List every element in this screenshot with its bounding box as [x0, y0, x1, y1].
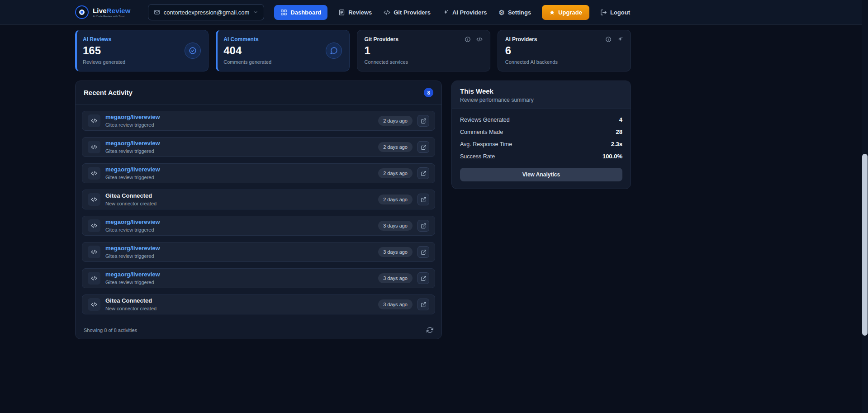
activity-item: megaorg/livereview Gitea review triggere…: [82, 216, 435, 236]
this-week-title: This Week: [460, 87, 622, 95]
activity-time-badge: 2 days ago: [378, 168, 413, 178]
activity-item-title[interactable]: megaorg/livereview: [105, 245, 160, 252]
activity-item-title: Gitea Connected: [105, 298, 157, 304]
brand-logo-icon: [75, 5, 89, 19]
ai-sparkle-icon: [442, 9, 449, 16]
external-link-icon: [421, 302, 427, 308]
this-week-subtitle: Review performance summary: [460, 97, 622, 103]
external-link-button[interactable]: [417, 272, 429, 284]
activity-item: megaorg/livereview Gitea review triggere…: [82, 111, 435, 131]
nav-git-providers[interactable]: Git Providers: [383, 5, 432, 20]
external-link-button[interactable]: [417, 141, 429, 153]
activity-time-badge: 3 days ago: [378, 247, 413, 257]
activity-item-title: Gitea Connected: [105, 193, 157, 199]
ai-sparkle-icon: [617, 36, 623, 43]
stat-label: Comments Made: [460, 129, 503, 135]
stat-title: AI Comments: [223, 36, 325, 43]
account-email-dropdown[interactable]: contortedexpression@gmail.com: [148, 4, 265, 20]
stat-card-ai-reviews: AI Reviews 165 Reviews generated: [75, 30, 209, 71]
brand-name-primary: Live: [93, 7, 107, 14]
activity-item-subtitle: Gitea review triggered: [105, 227, 160, 233]
external-link-button[interactable]: [417, 167, 429, 179]
activity-list: megaorg/livereview Gitea review triggere…: [76, 104, 441, 321]
brand[interactable]: LiveReview AI Code Review with Trust: [75, 5, 131, 19]
activity-item-title[interactable]: megaorg/livereview: [105, 219, 160, 225]
activity-item-subtitle: Gitea review triggered: [105, 122, 160, 128]
external-link-button[interactable]: [417, 246, 429, 258]
stat-row-success-rate: Success Rate 100.0%: [460, 150, 622, 162]
stat-value: 1: [365, 45, 483, 57]
external-link-icon: [421, 223, 427, 229]
activity-item-title[interactable]: megaorg/livereview: [105, 140, 160, 147]
info-icon[interactable]: [465, 36, 471, 43]
stat-card-ai-providers: AI Providers 6 Connected AI backends: [498, 30, 631, 71]
code-icon: [88, 193, 100, 206]
external-link-button[interactable]: [417, 115, 429, 127]
code-icon: [476, 36, 483, 43]
view-analytics-button[interactable]: View Analytics: [460, 168, 622, 181]
nav-settings-label: Settings: [508, 9, 531, 16]
code-icon: [88, 246, 100, 258]
activity-time-badge: 2 days ago: [378, 142, 413, 152]
nav-ai-providers[interactable]: AI Providers: [441, 5, 488, 20]
activity-item: megaorg/livereview Gitea review triggere…: [82, 268, 435, 288]
nav-dashboard-label: Dashboard: [290, 9, 321, 16]
nav-git-providers-label: Git Providers: [394, 9, 431, 16]
activity-item-subtitle: New connector created: [105, 201, 157, 206]
stat-value: 165: [83, 45, 185, 57]
stat-row-comments-made: Comments Made 28: [460, 126, 622, 138]
activity-item-title[interactable]: megaorg/livereview: [105, 114, 160, 120]
nav-settings[interactable]: ⚙ Settings: [498, 5, 532, 20]
external-link-button[interactable]: [417, 299, 429, 310]
refresh-icon: [427, 327, 433, 333]
code-icon: [88, 167, 100, 180]
activity-time-badge: 2 days ago: [378, 195, 413, 204]
nav-reviews[interactable]: Reviews: [337, 5, 373, 20]
external-link-button[interactable]: [417, 194, 429, 205]
activity-footer: Showing 8 of 8 activities: [76, 321, 441, 339]
stat-card-ai-comments: AI Comments 404 Comments generated: [216, 30, 349, 71]
stat-card-git-providers: Git Providers 1 Connected services: [357, 30, 490, 71]
stat-row-reviews-generated: Reviews Generated 4: [460, 114, 622, 126]
external-link-icon: [421, 171, 427, 176]
external-link-button[interactable]: [417, 220, 429, 232]
stat-value: 100.0%: [602, 153, 622, 160]
activity-item-subtitle: Gitea review triggered: [105, 253, 160, 259]
stat-subtitle: Connected services: [365, 59, 483, 65]
upgrade-button[interactable]: Upgrade: [542, 5, 589, 20]
code-icon: [88, 272, 100, 285]
external-link-icon: [421, 197, 427, 203]
stat-value: 404: [223, 45, 325, 57]
activity-item-title[interactable]: megaorg/livereview: [105, 271, 160, 278]
stat-value: 28: [616, 128, 622, 135]
external-link-icon: [421, 118, 427, 124]
recent-activity-header: Recent Activity 8: [76, 81, 441, 104]
check-circle-icon: [185, 43, 201, 59]
activity-count-badge: 8: [424, 88, 433, 97]
activity-item: megaorg/livereview Gitea review triggere…: [82, 242, 435, 262]
logout-icon: [600, 9, 607, 16]
activity-footer-text: Showing 8 of 8 activities: [84, 328, 137, 333]
main-content: AI Reviews 165 Reviews generated AI Comm…: [75, 30, 631, 339]
code-icon: [88, 141, 100, 153]
this-week-stats: Reviews Generated 4 Comments Made 28 Avg…: [452, 109, 631, 163]
gear-icon: ⚙: [498, 9, 504, 16]
external-link-icon: [421, 275, 427, 281]
stat-value: 6: [505, 45, 623, 57]
code-icon: [88, 219, 100, 232]
scrollbar-thumb[interactable]: [862, 154, 868, 336]
chat-bubble-icon: [326, 43, 342, 59]
stat-value: 4: [619, 116, 622, 123]
activity-item-title[interactable]: megaorg/livereview: [105, 166, 160, 173]
activity-item: megaorg/livereview Gitea review triggere…: [82, 163, 435, 183]
scrollbar-track[interactable]: [862, 0, 868, 413]
activity-time-badge: 2 days ago: [378, 116, 413, 126]
stat-subtitle: Connected AI backends: [505, 59, 623, 65]
logout-button[interactable]: Logout: [599, 5, 631, 20]
refresh-button[interactable]: [427, 327, 433, 333]
info-icon[interactable]: [605, 36, 612, 43]
nav-dashboard[interactable]: Dashboard: [274, 5, 327, 20]
logout-label: Logout: [610, 9, 630, 16]
nav-reviews-label: Reviews: [348, 9, 372, 16]
recent-activity-title: Recent Activity: [84, 89, 133, 96]
